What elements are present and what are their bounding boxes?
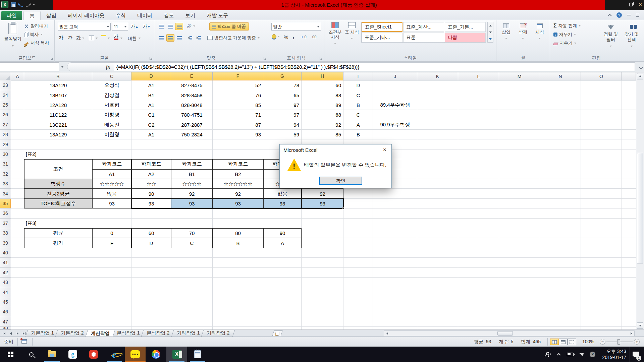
cell-B39[interactable]: 평가 [24, 238, 92, 248]
cell-E39[interactable]: C [171, 238, 213, 248]
sheet-tab-분석작업-2[interactable]: 분석작업-2 [141, 330, 175, 337]
taskbar-start[interactable] [0, 347, 21, 362]
delete-cells-button[interactable]: 삭제 [515, 23, 531, 40]
cell-F27[interactable]: 87 [213, 120, 263, 130]
italic-button[interactable]: 가 [67, 35, 72, 41]
row-header-39[interactable]: 39 [0, 238, 11, 248]
taskbar-internet-explorer[interactable]: e [104, 347, 125, 362]
font-name-select[interactable]: 맑은 고딕 [58, 23, 111, 31]
paste-button[interactable]: 붙여넣기 [3, 23, 22, 48]
fill-color-menu-arrow-icon[interactable] [108, 38, 110, 39]
cell-I25[interactable]: B [343, 100, 373, 110]
cell-G24[interactable]: 65 [263, 90, 302, 100]
cell-H28[interactable]: 85 [302, 130, 343, 139]
cell-G27[interactable]: 94 [263, 120, 302, 130]
cell-F25[interactable]: 85 [213, 100, 263, 110]
wifi-icon[interactable] [579, 353, 584, 356]
cell-D25[interactable]: A1 [131, 100, 171, 110]
ribbon-tab-수식[interactable]: 수식 [110, 11, 131, 20]
sheet-tab-분석작업-1[interactable]: 분석작업-1 [111, 330, 145, 337]
cell-C38[interactable]: 0 [92, 228, 131, 238]
font-size-select[interactable]: 11 [112, 23, 128, 31]
column-header-B[interactable]: B [24, 72, 92, 80]
increase-decimal-button[interactable]: +.0 [301, 35, 307, 39]
merge-center-button[interactable]: 병합하고 가운데 맞춤 [207, 35, 260, 41]
sync-error-icon[interactable]: × [590, 352, 595, 357]
row-header-38[interactable]: 38 [0, 228, 11, 238]
cell-B23[interactable]: 13A120 [24, 80, 92, 90]
align-top-button[interactable] [158, 23, 166, 30]
zoom-in-button[interactable]: + [634, 339, 640, 345]
row-header-26[interactable]: 26 [0, 110, 11, 120]
cell-F28[interactable]: 93 [213, 130, 263, 139]
cell-G34[interactable]: 없음 [263, 189, 302, 198]
workbook-minimize-icon[interactable] [627, 15, 631, 15]
worksheet-grid[interactable]: 13A120오성식A1827-8475527860D13B107김상철B1828… [0, 72, 636, 329]
phonetic-button[interactable]: 내천 [128, 36, 137, 42]
ribbon-tab-홈[interactable]: 홈 [23, 11, 41, 20]
cell-E35[interactable]: 93 [171, 199, 213, 208]
cell-C31[interactable]: 학과코드 [92, 159, 131, 169]
cell-F26[interactable]: 71 [213, 110, 263, 120]
row-header-44[interactable]: 44 [0, 287, 11, 297]
cell-style-item[interactable]: 표준_계산... [403, 22, 444, 32]
column-header-O[interactable]: O [581, 72, 622, 80]
cell-F23[interactable]: 52 [213, 80, 263, 90]
clear-button[interactable]: 지우기 [553, 40, 576, 46]
cell-E24[interactable]: 828-8458 [171, 90, 213, 100]
sheet-tab-기본작업-1[interactable]: 기본작업-1 [25, 330, 59, 337]
zoom-slider[interactable] [617, 339, 620, 345]
cell-C35[interactable]: 93 [92, 199, 131, 208]
people-icon[interactable] [545, 354, 549, 357]
fill-color-button[interactable] [101, 35, 106, 36]
normal-view-button[interactable] [550, 339, 559, 345]
taskbar-gom-player[interactable] [83, 347, 104, 362]
cell-H34[interactable]: 92 [302, 189, 343, 198]
cell-B25[interactable]: 12A128 [24, 100, 92, 110]
name-box-dropdown[interactable] [59, 62, 66, 71]
clipboard-dialog-launcher-icon[interactable] [50, 57, 53, 60]
cell-C23[interactable]: 오성식 [92, 80, 131, 90]
row-header-33[interactable]: 33 [0, 179, 11, 189]
row-header-48[interactable]: 48 [0, 327, 11, 329]
cell-B28[interactable]: 13A129 [24, 130, 92, 139]
cell-F24[interactable]: 76 [213, 90, 263, 100]
cell-D23[interactable]: A1 [131, 80, 171, 90]
cell-G23[interactable]: 78 [263, 80, 302, 90]
taskbar-clock[interactable]: 오후 3:43 2019-01-17 [602, 348, 626, 360]
workbook-restore-icon[interactable] [636, 14, 639, 17]
column-header-C[interactable]: C [92, 72, 131, 80]
row-header-25[interactable]: 25 [0, 100, 11, 110]
name-box[interactable] [0, 62, 59, 71]
row-header-23[interactable]: 23 [0, 80, 11, 90]
row-header-32[interactable]: 32 [0, 169, 11, 179]
cell-C33[interactable]: ☆☆☆☆☆ [92, 179, 131, 189]
conditional-formatting-button[interactable]: 조건부 서식 [327, 22, 343, 46]
borders-menu-arrow-icon[interactable] [96, 38, 98, 39]
cell-I27[interactable]: A [343, 120, 373, 130]
cell-style-item[interactable]: 표준_기타... [362, 33, 402, 42]
cell-B30[interactable]: [표2] [24, 149, 92, 159]
bold-button[interactable]: 가 [59, 35, 63, 41]
cell-E33[interactable]: ☆☆☆☆ [171, 179, 213, 189]
minimize-ribbon-icon[interactable] [608, 14, 611, 17]
font-color-button[interactable]: 가 [114, 34, 118, 40]
column-header-D[interactable]: D [131, 72, 171, 80]
cell-H24[interactable]: 88 [302, 90, 343, 100]
cell-B33[interactable]: 학생수 [24, 179, 92, 189]
cell-C39[interactable]: F [92, 238, 131, 248]
dialog-close-icon[interactable]: × [378, 144, 391, 155]
cell-F31[interactable]: 학과코드 [213, 159, 263, 169]
taskbar-notepad[interactable] [187, 347, 208, 362]
column-header-A[interactable]: A [11, 72, 24, 80]
cell-C28[interactable]: 이철형 [92, 130, 131, 139]
cell-G39[interactable]: A [263, 238, 302, 248]
vertical-scroll-thumb[interactable] [637, 153, 643, 263]
phonetic-menu-arrow-icon[interactable] [139, 38, 141, 39]
cell-E34[interactable]: 92 [171, 189, 213, 198]
cell-E27[interactable]: 287-2887 [171, 120, 213, 130]
percent-style-button[interactable]: % [284, 34, 288, 40]
cell-D27[interactable]: C2 [131, 120, 171, 130]
expand-formula-bar-icon[interactable] [639, 65, 643, 69]
cell-B26[interactable]: 11C122 [24, 110, 92, 120]
